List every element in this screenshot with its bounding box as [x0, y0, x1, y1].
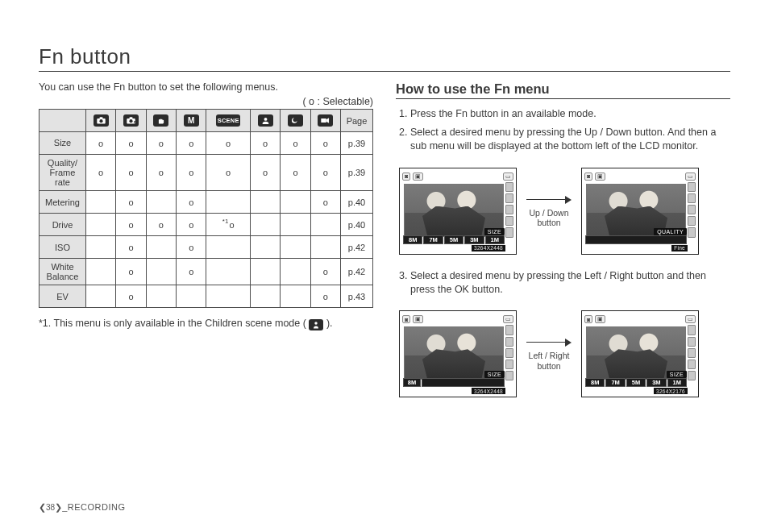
mode-col-scene: SCENE [206, 110, 250, 132]
mode-col-dis [146, 110, 176, 132]
table-row: EV oo p.43 [39, 285, 373, 308]
footnote: *1. This menu is only available in the C… [39, 318, 373, 330]
svg-point-9 [315, 322, 318, 326]
page-title: Fn button [39, 44, 730, 72]
table-header-row: P M SCENE Page [39, 110, 373, 132]
svg-rect-1 [99, 117, 102, 118]
arrow-leftright: Left / Right button [526, 337, 572, 371]
lcd-preview-size-3: ◙▣▭ SIZE 8M 7M 5M 3M 1M 3264X2176 [581, 310, 699, 397]
svg-rect-8 [322, 118, 327, 123]
svg-point-7 [264, 118, 267, 121]
mode-col-portrait [250, 110, 280, 132]
camera-icon [94, 114, 109, 127]
header-diagonal [39, 110, 86, 132]
illustration-row-2: ◙▣▭ SIZE 8M 3264X2448 Left / Right butto… [399, 310, 730, 397]
table-row: Quality/ Frame rate oooooooo p.39 [39, 155, 373, 191]
step-1: 1.Press the Fn button in an available mo… [399, 107, 730, 121]
lcd-preview-quality: ◙▣▭ QUALITY Fine [581, 168, 699, 255]
portrait-icon [258, 114, 273, 127]
arrow-updown: Up / Down button [526, 194, 572, 228]
table-row: Drive ooo *1o p.40 [39, 214, 373, 236]
mode-col-movie [310, 110, 340, 132]
subheading: How to use the Fn menu [396, 81, 730, 99]
page-header: Page [341, 110, 373, 132]
scene-icon: SCENE [216, 114, 240, 127]
lcd-preview-size: ◙▣▭ SIZE 8M 7M 5M 3M 1M 3264X2448 [399, 168, 517, 255]
svg-point-2 [99, 119, 102, 123]
mode-col-night [281, 110, 310, 132]
left-column: You can use the Fn button to set the fol… [39, 81, 373, 412]
night-icon [288, 114, 303, 127]
svg-rect-4 [130, 117, 133, 118]
page-footer: ❮38❯_RECORDING [39, 502, 125, 513]
steps-list-2: 3.Select a desired menu by pressing the … [399, 269, 730, 297]
table-row: Size oooooooo p.39 [39, 132, 373, 155]
right-column: How to use the Fn menu 1.Press the Fn bu… [396, 81, 730, 412]
intro-text: You can use the Fn button to set the fol… [39, 81, 373, 93]
step-2: 2.Select a desired menu by pressing the … [399, 126, 730, 153]
mode-col-auto [86, 110, 116, 132]
illustration-row-1: ◙▣▭ SIZE 8M 7M 5M 3M 1M 3264X2448 Up / D… [399, 168, 730, 255]
hand-icon [153, 114, 168, 127]
manual-icon: M [184, 114, 199, 127]
steps-list: 1.Press the Fn button in an available mo… [399, 107, 730, 153]
mode-col-manual: M [177, 110, 206, 132]
video-icon [318, 114, 333, 127]
table-row: Metering ooo p.40 [39, 191, 373, 214]
arrow-icon [526, 337, 572, 348]
lcd-preview-size-2: ◙▣▭ SIZE 8M 3264X2448 [399, 310, 517, 397]
svg-point-5 [129, 119, 132, 123]
step-3: 3.Select a desired menu by pressing the … [399, 269, 730, 297]
children-scene-icon [309, 319, 323, 330]
mode-col-program: P [116, 110, 146, 132]
legend-text: ( o : Selectable) [39, 96, 373, 107]
table-row: White Balance ooo p.42 [39, 259, 373, 285]
fn-menu-table: P M SCENE Page Size oooooooo p.39 Qualit… [39, 109, 373, 308]
table-row: ISO oo p.42 [39, 236, 373, 259]
svg-text:P: P [134, 120, 136, 124]
camera-p-icon: P [123, 114, 139, 127]
arrow-icon [526, 194, 572, 206]
